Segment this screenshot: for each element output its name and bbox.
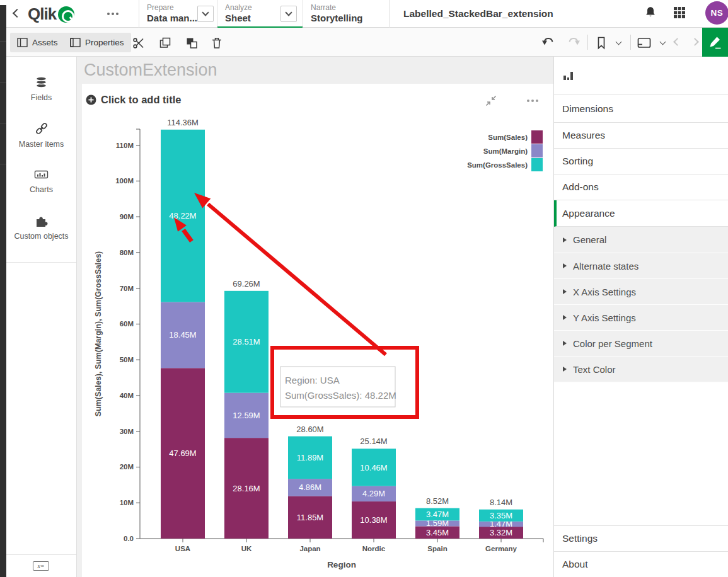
panel-subsection-alternate-states[interactable]: Alternate states xyxy=(554,253,728,279)
back-chevron-icon[interactable] xyxy=(13,9,21,18)
legend-label: Sum(GrossSales) xyxy=(467,161,528,169)
tab-analyze[interactable]: Analyze Sheet xyxy=(217,0,303,28)
edit-sheet-button[interactable] xyxy=(702,28,728,57)
paste-icon[interactable] xyxy=(184,35,199,50)
assets-panel-button[interactable]: Assets xyxy=(10,33,65,52)
x-category-label: Germany xyxy=(485,545,517,552)
stacked-bar-chart[interactable]: 0.010M20M30M40M50M60M70M80M90M100M110MUS… xyxy=(82,110,553,577)
app-title: Labelled_StackedBar_extension xyxy=(403,8,553,20)
chart-object-card[interactable]: Click to add title 0.010M20M30M40M50M60M… xyxy=(82,84,553,577)
segment-value-label: 10.46M xyxy=(360,463,387,472)
panel-subsection-text-color[interactable]: Text Color xyxy=(554,357,728,382)
chart-title-placeholder[interactable]: Click to add title xyxy=(86,94,181,106)
segment-value-label: 18.45M xyxy=(169,330,196,340)
triangle-right-icon xyxy=(563,367,567,372)
panel-subsection-color-per-segment[interactable]: Color per Segment xyxy=(554,331,728,357)
redo-icon[interactable] xyxy=(566,35,581,50)
rail-divider xyxy=(0,41,6,42)
legend-swatch[interactable] xyxy=(531,130,543,144)
previous-sheet-icon[interactable] xyxy=(673,38,681,46)
tooltip-box xyxy=(280,367,395,407)
chart-title-placeholder-text: Click to add title xyxy=(101,94,181,106)
notifications-bell-icon[interactable] xyxy=(643,5,658,20)
x-category-label: UK xyxy=(241,545,252,552)
tab-prepare[interactable]: Prepare Data man... xyxy=(139,0,217,28)
assets-sidebar-items: Fields Master items Charts Custom xyxy=(6,57,76,263)
chart-type-icon xyxy=(562,69,576,82)
subsection-label: General xyxy=(573,234,606,245)
section-label: About xyxy=(562,559,588,570)
segment-value-label: 3.47M xyxy=(426,510,449,519)
database-icon xyxy=(34,76,49,89)
cut-scissors-icon[interactable] xyxy=(131,35,146,50)
sidebar-item-master-items[interactable]: Master items xyxy=(6,111,76,157)
rail-divider xyxy=(0,123,6,123)
delete-trash-icon[interactable] xyxy=(209,35,224,50)
legend-label: Sum(Sales) xyxy=(488,134,528,141)
y-tick-label: 20M xyxy=(120,463,134,471)
panel-section-about[interactable]: About xyxy=(554,552,728,577)
tab-narrate[interactable]: Narrate Storytelling xyxy=(303,0,390,28)
expression-editor-icon[interactable]: x= xyxy=(33,561,49,571)
x-category-label: USA xyxy=(175,545,190,552)
panel-subsection-x-axis-settings[interactable]: X Axis Settings xyxy=(554,279,728,305)
panel-subsection-y-axis-settings[interactable]: Y Axis Settings xyxy=(554,305,728,331)
subsection-label: Alternate states xyxy=(573,261,638,271)
user-avatar[interactable]: NS xyxy=(705,1,728,25)
panel-section-sorting[interactable]: Sorting xyxy=(554,149,728,174)
properties-panel: Dimensions Measures Sorting Add-ons Appe… xyxy=(553,57,728,577)
panel-section-settings[interactable]: Settings xyxy=(554,525,728,552)
y-tick-label: 80M xyxy=(120,249,134,256)
y-axis-title: Sum(Sales), Sum(Margin), Sum(GrossSales) xyxy=(94,251,103,417)
bar-total-label: 28.60M xyxy=(296,425,323,434)
subsection-label: Text Color xyxy=(573,364,616,375)
copy-icon[interactable] xyxy=(158,35,173,50)
section-label: Appearance xyxy=(562,208,615,219)
top-navigation-bar: Qlik Prepare Data man... Analyze Sheet N… xyxy=(6,0,728,28)
sidebar-item-fields[interactable]: Fields xyxy=(6,66,76,111)
panel-subsection-general[interactable]: General xyxy=(554,227,728,253)
segment-value-label: 48.22M xyxy=(169,211,196,220)
segment-value-label: 28.51M xyxy=(233,337,260,346)
section-label: Dimensions xyxy=(562,103,613,115)
panel-icon xyxy=(70,38,81,47)
qlik-logo[interactable]: Qlik xyxy=(28,4,74,24)
sheets-chevron-icon[interactable] xyxy=(660,39,666,45)
expression-icon-text: x= xyxy=(37,563,44,569)
sidebar-item-label: Fields xyxy=(31,93,52,102)
y-tick-label: 50M xyxy=(120,356,134,363)
bookmark-icon[interactable] xyxy=(594,35,609,50)
global-menu-ellipsis-icon[interactable] xyxy=(107,13,118,15)
properties-panel-button[interactable]: Properties xyxy=(63,33,131,52)
toolbar-divider xyxy=(630,35,631,50)
x-category-label: Japan xyxy=(299,545,320,552)
sidebar-item-custom-objects[interactable]: Custom objects xyxy=(6,203,76,249)
panel-section-appearance[interactable]: Appearance xyxy=(554,200,728,227)
app-grid-icon[interactable] xyxy=(672,5,687,20)
next-sheet-icon[interactable] xyxy=(691,38,699,46)
panel-section-add-ons[interactable]: Add-ons xyxy=(554,174,728,200)
sheets-icon[interactable] xyxy=(637,35,652,50)
legend-swatch[interactable] xyxy=(531,144,543,157)
panel-section-measures[interactable]: Measures xyxy=(554,123,728,149)
sidebar-item-charts[interactable]: Charts xyxy=(6,157,76,203)
sheet-title-bar[interactable]: CustomExtension xyxy=(77,57,553,84)
chevron-down-icon xyxy=(202,9,209,16)
puzzle-icon xyxy=(34,213,49,228)
segment-value-label: 3.32M xyxy=(490,528,512,537)
analyze-dropdown-button[interactable] xyxy=(280,6,297,22)
legend-swatch[interactable] xyxy=(531,158,543,171)
undo-icon[interactable] xyxy=(541,35,556,50)
x-axis-title: Region xyxy=(327,560,356,569)
bookmark-chevron-icon[interactable] xyxy=(616,39,622,45)
collapse-fullscreen-icon[interactable] xyxy=(485,95,497,106)
legend-label: Sum(Margin) xyxy=(483,147,528,155)
annotation-layer: Region: USA Sum(GrossSales): 48.22M xyxy=(174,193,417,417)
panel-section-dimensions[interactable]: Dimensions xyxy=(554,95,728,123)
properties-panel-header xyxy=(554,57,728,95)
rail-divider xyxy=(0,82,6,83)
prepare-dropdown-button[interactable] xyxy=(197,6,214,22)
subsection-label: Y Axis Settings xyxy=(573,312,636,323)
collapsed-selections-rail[interactable] xyxy=(0,5,6,577)
chart-menu-ellipsis-icon[interactable] xyxy=(527,100,538,102)
